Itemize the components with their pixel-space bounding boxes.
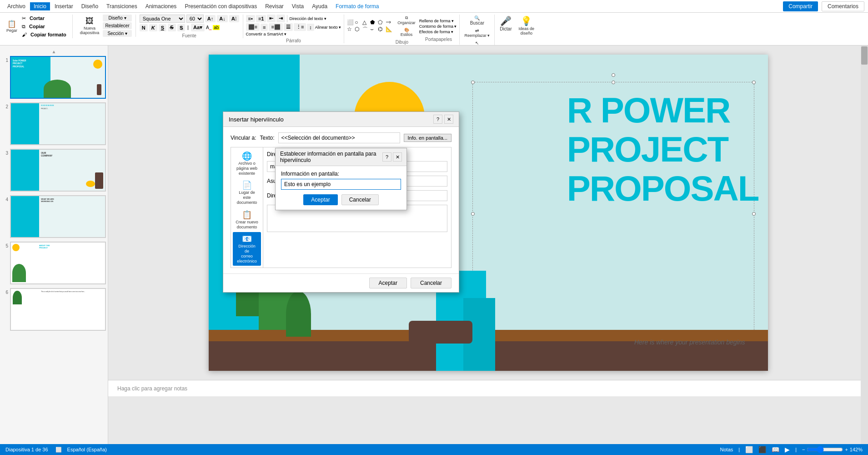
tooltip-close-button[interactable]: ✕ (393, 152, 402, 162)
dialog-cancelar-button[interactable]: Cancelar (411, 278, 452, 288)
sidebar-lugar[interactable]: 📄 Lugar de estedocumento (233, 178, 261, 207)
dialog-aceptar-button[interactable]: Aceptar (369, 278, 407, 288)
tooltip-dialog-btns: ? ✕ (382, 152, 402, 162)
tooltip-dialog-footer: Aceptar Cancelar (281, 194, 401, 205)
dialog-title: Insertar hiperviínculo (229, 116, 284, 123)
tooltip-dialog: Establecer información en pantalla para … (275, 148, 407, 210)
sidebar-email[interactable]: 📧 Dirección decorreoelectrónico (233, 232, 261, 265)
tooltip-help-button[interactable]: ? (382, 152, 391, 162)
info-en-pantalla-button[interactable]: Info. en pantalla... (404, 134, 452, 142)
dialog-footer: Aceptar Cancelar (223, 273, 459, 292)
dialog-close-button[interactable]: ✕ (444, 115, 453, 124)
sidebar-nuevo[interactable]: 📋 Crear nuevodocumento (233, 208, 261, 232)
lugar-icon: 📄 (242, 180, 252, 190)
vincular-label: Vincular a: (231, 135, 256, 141)
dialog-sidebar: 🌐 Archivo opágina webexistente 📄 Lugar d… (231, 147, 263, 268)
nuevo-icon: 📋 (242, 210, 252, 220)
dialog-overlay: Insertar hiperviínculo ? ✕ Vincular a: T… (0, 0, 868, 455)
tooltip-aceptar-button[interactable]: Aceptar (303, 194, 337, 205)
dialog-help-button[interactable]: ? (433, 115, 442, 124)
tooltip-info-label: Información en pantalla: (281, 171, 401, 177)
tooltip-dialog-title: Establecer información en pantalla para … (276, 148, 406, 166)
dialog-text-row: Vincular a: Texto: Info. en pantalla... (231, 132, 452, 143)
tooltip-title-text: Establecer información en pantalla para … (280, 151, 382, 163)
dialog-title-btns: ? ✕ (433, 115, 453, 124)
dialog-title-bar: Insertar hiperviínculo ? ✕ (223, 112, 459, 127)
tooltip-cancelar-button[interactable]: Cancelar (341, 194, 379, 205)
tooltip-info-input[interactable] (281, 179, 401, 190)
sidebar-archivo[interactable]: 🌐 Archivo opágina webexistente (233, 149, 261, 177)
texto-label: Texto: (260, 135, 274, 141)
tooltip-dialog-body: Información en pantalla: Aceptar Cancela… (276, 166, 406, 210)
archivo-icon: 🌐 (242, 151, 252, 161)
email-icon: 📧 (242, 234, 252, 244)
texto-input[interactable] (278, 132, 400, 143)
